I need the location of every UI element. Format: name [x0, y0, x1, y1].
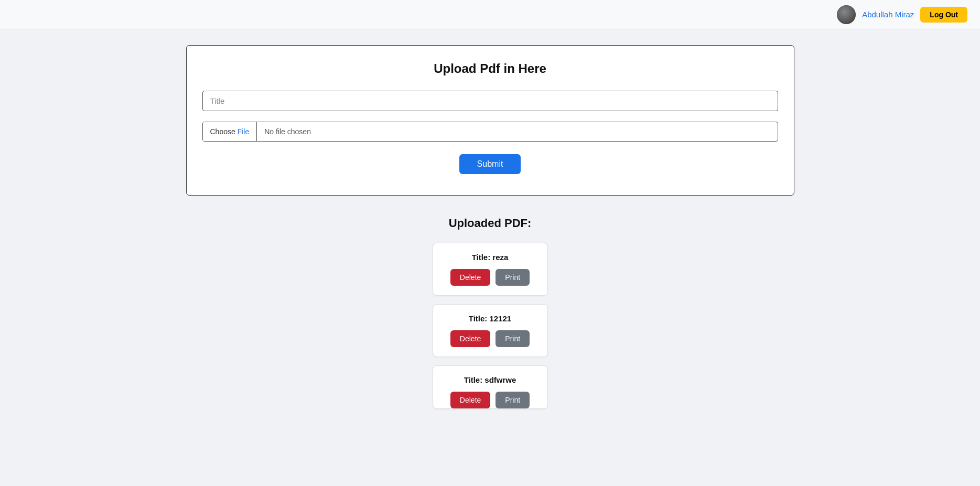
- main-content: Upload Pdf in Here Choose File No file c…: [176, 29, 805, 425]
- title-input[interactable]: [202, 91, 778, 111]
- logout-button[interactable]: Log Out: [920, 7, 967, 23]
- pdf-card-title: Title: reza: [448, 253, 533, 262]
- upload-title: Upload Pdf in Here: [202, 61, 778, 76]
- pdf-card-actions: Delete Print: [448, 330, 533, 347]
- pdf-card-title: Title: 12121: [448, 314, 533, 323]
- no-file-text: No file chosen: [257, 122, 777, 141]
- pdf-card-title: Title: sdfwrwe: [448, 375, 533, 384]
- pdf-card-actions: Delete Print: [448, 392, 533, 408]
- file-highlight: File: [238, 127, 250, 136]
- pdf-card: Title: 12121 Delete Print: [433, 304, 548, 357]
- submit-container: Submit: [202, 154, 778, 174]
- pdf-card: Title: reza Delete Print: [433, 243, 548, 296]
- print-button[interactable]: Print: [496, 392, 530, 408]
- avatar: [837, 5, 856, 24]
- username-label: Abdullah Miraz: [862, 10, 914, 19]
- delete-button[interactable]: Delete: [450, 269, 490, 286]
- pdf-card: Title: sdfwrwe Delete Print: [433, 365, 548, 409]
- file-input-wrapper: Choose File No file chosen: [202, 122, 778, 142]
- choose-file-button[interactable]: Choose File: [203, 122, 257, 141]
- submit-button[interactable]: Submit: [459, 154, 521, 174]
- uploaded-section-title: Uploaded PDF:: [186, 217, 794, 230]
- delete-button[interactable]: Delete: [450, 392, 490, 408]
- delete-button[interactable]: Delete: [450, 330, 490, 347]
- pdf-cards-container: Title: reza Delete Print Title: 12121 De…: [186, 243, 794, 409]
- print-button[interactable]: Print: [496, 330, 530, 347]
- pdf-card-actions: Delete Print: [448, 269, 533, 286]
- upload-box: Upload Pdf in Here Choose File No file c…: [186, 45, 794, 196]
- print-button[interactable]: Print: [496, 269, 530, 286]
- navbar: Abdullah Miraz Log Out: [0, 0, 980, 29]
